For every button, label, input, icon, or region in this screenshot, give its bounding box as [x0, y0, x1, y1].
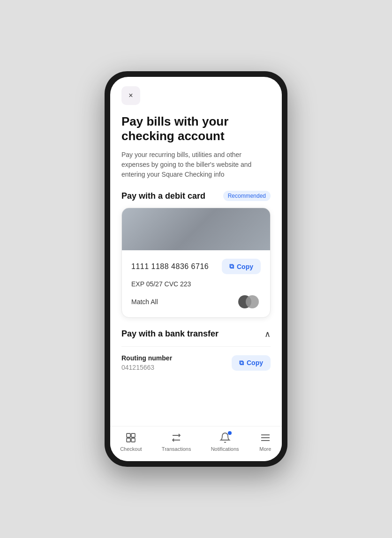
chevron-up-icon: ∧ [264, 330, 271, 338]
card-match-row: Match All [131, 295, 261, 309]
more-icon [259, 431, 272, 444]
transactions-icon [170, 431, 183, 444]
card-details: 1111 1188 4836 6716 ⧉ Copy EXP 05/27 CVC… [122, 250, 270, 317]
phone-frame: × Pay bills with your checking account P… [105, 71, 287, 467]
routing-number: 041215663 [121, 364, 172, 371]
bank-section-header[interactable]: Pay with a bank transfer ∧ [121, 329, 271, 347]
match-all-label: Match All [131, 298, 158, 306]
card-number: 1111 1188 4836 6716 [131, 262, 209, 271]
bank-transfer-title: Pay with a bank transfer [121, 329, 219, 339]
nav-item-checkout[interactable]: Checkout [120, 431, 142, 452]
svg-rect-2 [127, 438, 130, 442]
nav-label-checkout: Checkout [120, 446, 142, 452]
page-description: Pay your recurring bills, utilities and … [121, 150, 271, 179]
notifications-icon [219, 431, 232, 444]
card-exp-cvc: EXP 05/27 CVC 223 [131, 280, 191, 288]
close-icon: × [128, 92, 133, 99]
copy-card-label: Copy [237, 263, 253, 270]
card-number-row: 1111 1188 4836 6716 ⧉ Copy [131, 259, 261, 274]
routing-info: Routing number 041215663 [121, 354, 172, 371]
svg-rect-3 [131, 438, 135, 442]
debit-card-title: Pay with a debit card [121, 191, 205, 201]
page-title: Pay bills with your checking account [121, 114, 271, 143]
debit-card-section-header: Pay with a debit card Recommended [110, 191, 282, 201]
card-exp-row: EXP 05/27 CVC 223 [131, 280, 261, 288]
card-image-area [122, 208, 270, 250]
notification-dot [228, 431, 232, 435]
nav-label-notifications: Notifications [211, 446, 239, 452]
bottom-nav: Checkout Transactions [110, 426, 282, 461]
copy-routing-icon: ⧉ [239, 359, 244, 367]
routing-label: Routing number [121, 354, 172, 362]
nav-item-transactions[interactable]: Transactions [162, 431, 191, 452]
routing-section: Routing number 041215663 ⧉ Copy [121, 354, 271, 381]
mastercard-logo [238, 295, 261, 309]
card-container: 1111 1188 4836 6716 ⧉ Copy EXP 05/27 CVC… [121, 208, 271, 318]
copy-routing-label: Copy [247, 359, 263, 366]
nav-label-transactions: Transactions [162, 446, 191, 452]
recommended-badge: Recommended [223, 191, 271, 201]
nav-item-more[interactable]: More [259, 431, 272, 452]
checkout-icon [124, 431, 137, 444]
copy-routing-button[interactable]: ⧉ Copy [232, 355, 271, 371]
copy-icon: ⧉ [229, 262, 234, 270]
mc-circle-right [246, 295, 259, 308]
screen-content: × Pay bills with your checking account P… [110, 77, 282, 426]
svg-rect-0 [127, 433, 130, 437]
nav-label-more: More [259, 446, 271, 452]
bank-transfer-section: Pay with a bank transfer ∧ Routing numbe… [110, 329, 282, 381]
nav-item-notifications[interactable]: Notifications [211, 431, 239, 452]
svg-rect-1 [131, 433, 135, 437]
copy-card-number-button[interactable]: ⧉ Copy [222, 259, 261, 274]
top-section: × Pay bills with your checking account P… [110, 77, 282, 179]
close-button[interactable]: × [121, 86, 140, 105]
phone-screen: × Pay bills with your checking account P… [110, 77, 282, 461]
